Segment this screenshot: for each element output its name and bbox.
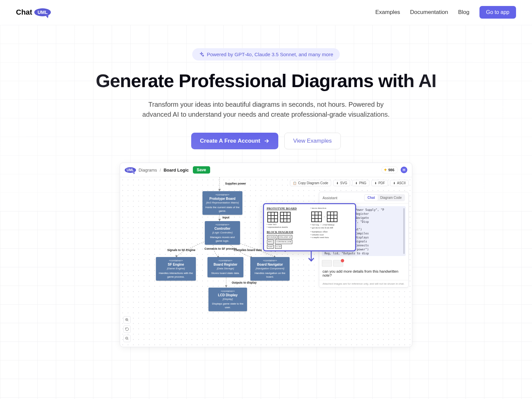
- breadcrumb-sep: /: [160, 168, 161, 173]
- edge-label: Signals to SF Engine: [167, 248, 196, 252]
- nav-link-blog[interactable]: Blog: [458, 9, 469, 16]
- credits-badge[interactable]: ✦ 986: [381, 166, 398, 174]
- main-nav: Chat UML Examples Documentation Blog Go …: [0, 0, 532, 25]
- app-preview-card: UML Diagrams / Board Logic Save ✦ 986 H …: [120, 163, 412, 347]
- cta-row: Create A Free Account View Examples: [0, 133, 532, 149]
- logo[interactable]: Chat UML: [16, 8, 51, 17]
- attachment-thumbnails: [319, 259, 408, 268]
- logo-text: Chat: [16, 8, 32, 17]
- zoom-controls: [123, 316, 131, 342]
- arrow-right-icon: [264, 138, 270, 144]
- edge-label: Outputs to display: [232, 281, 257, 284]
- create-account-button[interactable]: Create A Free Account: [191, 133, 278, 149]
- node-board-register[interactable]: «container» Board Register [Data Storage…: [207, 257, 243, 277]
- export-toolbar: 📋Copy Diagram Code ⬇SVG ⬇PNG ⬇PDF ⬇ASCII: [290, 180, 409, 186]
- page-title: Generate Professional Diagrams with AI: [0, 70, 532, 91]
- node-lcd-display[interactable]: «container» LCD Display [Display] Displa…: [208, 288, 247, 311]
- download-icon: ⬇: [336, 182, 339, 185]
- badge-text: Powered by GPT-4o, Claude 3.5 Sonnet, an…: [207, 52, 333, 57]
- app-logo-icon: UML: [125, 167, 136, 173]
- app-header: UML Diagrams / Board Logic Save ✦ 986 H: [120, 163, 412, 177]
- powered-by-badge: Powered by GPT-4o, Claude 3.5 Sonnet, an…: [192, 48, 340, 61]
- handwritten-note-overlay: PROTOTYPE BOARD • wire 3x3 • representat…: [263, 203, 356, 251]
- remove-attachment-icon[interactable]: [341, 259, 344, 262]
- assistant-header: Assistant Chat Diagram Code: [319, 192, 408, 203]
- zoom-in-button[interactable]: [123, 316, 131, 324]
- page-subtitle: Transform your ideas into beautiful diag…: [140, 99, 392, 119]
- download-icon: ⬇: [355, 182, 358, 185]
- edge-label: Supplies power: [225, 182, 246, 185]
- logo-bubble: UML: [34, 8, 51, 16]
- nav-link-examples[interactable]: Examples: [375, 9, 400, 16]
- tab-diagram-code[interactable]: Diagram Code: [378, 195, 404, 200]
- nav-link-documentation[interactable]: Documentation: [410, 9, 448, 16]
- user-message: can you add more details from this handw…: [319, 268, 408, 280]
- attachment-thumb[interactable]: [322, 260, 332, 267]
- edge-label: Connects to SF process: [204, 247, 237, 250]
- app-canvas[interactable]: 📋Copy Diagram Code ⬇SVG ⬇PNG ⬇PDF ⬇ASCII: [120, 177, 412, 347]
- sparkle-icon: [199, 52, 204, 57]
- export-png-button[interactable]: ⬇PNG: [352, 180, 369, 186]
- assistant-footer-note: Attached images are for reference only, …: [319, 280, 408, 287]
- hero-section: Powered by GPT-4o, Claude 3.5 Sonnet, an…: [0, 25, 532, 399]
- copy-icon: 📋: [293, 182, 297, 185]
- node-controller[interactable]: «container» Controller [Logic Controller…: [205, 221, 240, 245]
- edge-label: Input: [222, 216, 229, 219]
- export-ascii-button[interactable]: ⬇ASCII: [390, 180, 409, 186]
- breadcrumb-current: Board Logic: [164, 168, 189, 173]
- download-icon: ⬇: [393, 182, 396, 185]
- zoom-reset-button[interactable]: [123, 326, 131, 333]
- edge-label: Compiles board data: [234, 248, 262, 252]
- go-to-app-button[interactable]: Go to app: [479, 6, 516, 19]
- credits-value: 986: [388, 168, 394, 172]
- save-button[interactable]: Save: [193, 166, 210, 174]
- view-examples-button[interactable]: View Examples: [284, 133, 341, 149]
- note-arrow-icon: [306, 251, 316, 264]
- node-board-navigator[interactable]: «container» Board Navigator [Navigation …: [250, 257, 290, 281]
- node-sf-engine[interactable]: «container» SF Engine [Game Engine] Hand…: [156, 257, 196, 281]
- download-icon: ⬇: [374, 182, 377, 185]
- breadcrumb-root[interactable]: Diagrams: [139, 168, 157, 173]
- create-account-label: Create A Free Account: [200, 138, 260, 144]
- avatar[interactable]: H: [401, 167, 407, 173]
- export-svg-button[interactable]: ⬇SVG: [333, 180, 350, 186]
- assistant-title: Assistant: [323, 196, 337, 200]
- assistant-tabs: Chat Diagram Code: [364, 194, 405, 201]
- export-pdf-button[interactable]: ⬇PDF: [371, 180, 388, 186]
- attachment-thumb[interactable]: [333, 260, 343, 267]
- zoom-out-button[interactable]: [123, 335, 131, 342]
- node-prototype-board[interactable]: «container» Prototype Board [9x3 Represe…: [202, 191, 242, 215]
- nav-links: Examples Documentation Blog Go to app: [375, 6, 516, 19]
- copy-code-button[interactable]: 📋Copy Diagram Code: [290, 180, 331, 186]
- tab-chat[interactable]: Chat: [365, 195, 377, 200]
- credits-icon: ✦: [384, 168, 387, 172]
